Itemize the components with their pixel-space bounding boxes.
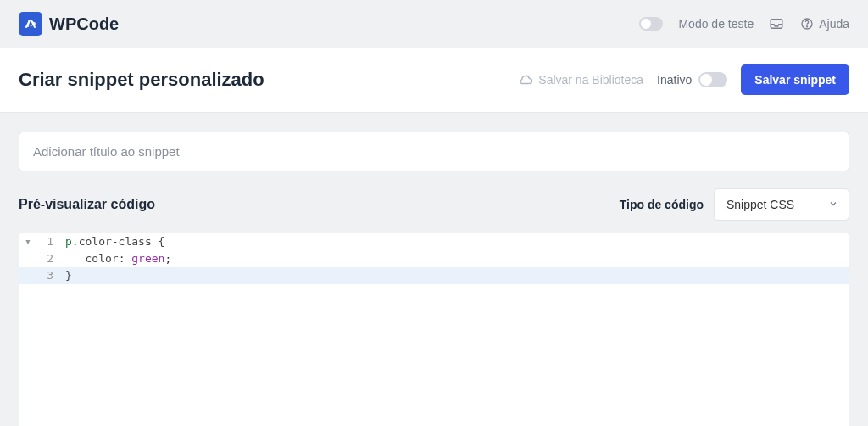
status-label: Inativo <box>657 73 692 87</box>
preview-header-row: Pré-visualizar código Tipo de código Sni… <box>19 188 849 221</box>
cloud-save-label: Salvar na Biblioteca <box>538 73 643 87</box>
line-number: 1 <box>36 233 62 250</box>
editor-line[interactable]: ▾1p.color-class { <box>19 233 849 250</box>
line-number: 3 <box>36 267 62 284</box>
line-content[interactable]: color: green; <box>62 250 849 267</box>
test-mode-label: Modo de teste <box>678 17 754 31</box>
fold-gutter[interactable]: ▾ <box>19 233 36 250</box>
line-content[interactable]: p.color-class { <box>62 233 849 250</box>
fold-gutter[interactable] <box>19 267 36 284</box>
code-type-value: Snippet CSS <box>726 198 794 211</box>
code-type-label: Tipo de código <box>620 198 704 211</box>
help-icon <box>799 16 815 31</box>
inbox-icon[interactable] <box>769 16 784 31</box>
editor-line[interactable]: 2 color: green; <box>19 250 849 267</box>
code-editor[interactable]: ▾1p.color-class {2 color: green;3}≡ <box>19 233 849 426</box>
wpcode-logo-icon: /> <box>19 12 42 36</box>
content-area: Pré-visualizar código Tipo de código Sni… <box>0 113 868 426</box>
line-content[interactable]: } <box>62 267 849 284</box>
fold-gutter[interactable] <box>19 250 36 267</box>
snippet-title-input[interactable] <box>19 132 849 171</box>
subheader-actions: Salvar na Biblioteca Inativo Salvar snip… <box>518 64 849 95</box>
snippet-status: Inativo <box>657 72 727 87</box>
help-link[interactable]: Ajuda <box>799 16 849 31</box>
page-title: Criar snippet personalizado <box>19 69 264 91</box>
active-toggle[interactable] <box>698 72 727 87</box>
code-type-select[interactable]: Snippet CSS <box>714 188 849 221</box>
svg-point-3 <box>807 26 808 27</box>
editor-line[interactable]: 3} <box>19 267 849 284</box>
topbar-actions: Modo de teste Ajuda <box>639 16 849 31</box>
brand-logo: /> WPCode <box>19 12 119 36</box>
subheader: Criar snippet personalizado Salvar na Bi… <box>0 48 868 113</box>
test-mode-toggle[interactable] <box>639 17 663 31</box>
svg-text:/>: /> <box>27 18 36 30</box>
save-snippet-button[interactable]: Salvar snippet <box>741 64 849 95</box>
cloud-save-link[interactable]: Salvar na Biblioteca <box>518 72 643 87</box>
code-type-group: Tipo de código Snippet CSS <box>620 188 849 221</box>
chevron-down-icon <box>828 198 838 211</box>
help-label: Ajuda <box>819 17 849 31</box>
topbar: /> WPCode Modo de teste Ajuda <box>0 0 868 48</box>
cloud-icon <box>518 72 533 87</box>
brand-name: WPCode <box>49 14 119 34</box>
preview-label: Pré-visualizar código <box>19 197 155 212</box>
line-number: 2 <box>36 250 62 267</box>
